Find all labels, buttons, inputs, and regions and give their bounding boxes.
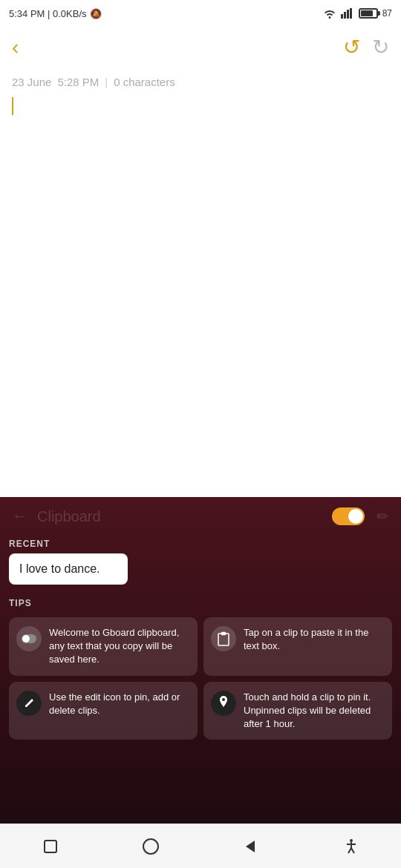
- main-area: ‹ ↺ ↻ 23 June 5:28 PM | 0 characters: [0, 27, 401, 868]
- tip-icon-pin: [211, 691, 236, 716]
- note-metadata: 23 June 5:28 PM | 0 characters: [0, 68, 401, 94]
- svg-rect-21: [45, 841, 56, 852]
- recent-clip-item[interactable]: I love to dance.: [9, 553, 128, 585]
- meta-separator: |: [105, 76, 108, 88]
- clipboard-toggle[interactable]: [332, 507, 365, 525]
- signal-icon: [341, 8, 354, 19]
- back-button[interactable]: ‹: [12, 37, 19, 58]
- nav-bar: ‹ ↺ ↻: [0, 27, 401, 68]
- tip-text-1: Welcome to Gboard clipboard, any text th…: [49, 626, 190, 667]
- text-cursor: [12, 97, 13, 115]
- tip-card-4: Touch and hold a clip to pin it. Unpinne…: [203, 682, 392, 740]
- clipboard-content: RECENT I love to dance. TIPS Welcome to …: [0, 536, 401, 740]
- svg-rect-3: [350, 8, 352, 19]
- svg-point-22: [143, 839, 158, 854]
- recent-label: RECENT: [9, 536, 392, 553]
- bottom-nav: [0, 823, 401, 868]
- note-time: 5:28 PM: [57, 76, 99, 88]
- time-text: 5:34 PM | 0.0KB/s: [9, 8, 87, 19]
- redo-button[interactable]: ↻: [372, 37, 389, 58]
- note-date: 23 June: [12, 76, 51, 88]
- pin-icon: [218, 696, 229, 711]
- accessibility-icon: [343, 838, 359, 855]
- nav-actions: ↺ ↻: [343, 37, 389, 58]
- nav-back-button[interactable]: [232, 828, 270, 865]
- svg-marker-23: [246, 841, 255, 852]
- battery-icon: [359, 8, 378, 19]
- status-time: 5:34 PM | 0.0KB/s 🔕: [9, 8, 102, 19]
- svg-point-24: [350, 839, 353, 842]
- undo-button[interactable]: ↺: [343, 37, 360, 58]
- square-icon: [42, 838, 59, 855]
- tip-card-2: Tap on a clip to paste it in the text bo…: [203, 617, 392, 676]
- mute-icon: 🔕: [90, 8, 102, 19]
- svg-point-18: [22, 635, 30, 642]
- tip-text-3: Use the edit icon to pin, add or delete …: [49, 691, 190, 717]
- nav-home-button[interactable]: [132, 828, 169, 865]
- tips-grid: Welcome to Gboard clipboard, any text th…: [9, 617, 392, 740]
- nav-recents-button[interactable]: [32, 828, 69, 865]
- svg-line-28: [351, 848, 354, 853]
- tip-card-3: Use the edit icon to pin, add or delete …: [9, 682, 198, 740]
- svg-rect-0: [341, 14, 343, 19]
- toggle-icon: [22, 634, 36, 643]
- status-icons: 87: [323, 8, 392, 19]
- svg-rect-20: [221, 632, 226, 635]
- svg-rect-1: [344, 12, 346, 19]
- clipboard-icon: [217, 631, 230, 646]
- svg-rect-2: [347, 10, 349, 19]
- status-bar: 5:34 PM | 0.0KB/s 🔕 87: [0, 0, 401, 27]
- tip-text-2: Tap on a clip to paste it in the text bo…: [244, 626, 385, 653]
- tips-label: TIPS: [9, 595, 392, 613]
- nav-accessibility-button[interactable]: [333, 828, 370, 865]
- tip-card-1: Welcome to Gboard clipboard, any text th…: [9, 617, 198, 676]
- clipboard-panel: ← Clipboard ✏ RECENT I love to dance. TI…: [0, 497, 401, 823]
- tip-icon-pencil: [16, 691, 42, 716]
- character-count: 0 characters: [114, 76, 175, 88]
- home-icon: [142, 838, 160, 855]
- pencil-icon: [23, 697, 35, 709]
- battery-level: 87: [382, 8, 392, 19]
- tip-text-4: Touch and hold a clip to pin it. Unpinne…: [244, 691, 385, 731]
- tip-icon-toggle: [16, 626, 42, 651]
- svg-line-27: [348, 848, 351, 853]
- wifi-icon: [323, 8, 336, 19]
- svg-rect-19: [218, 634, 229, 645]
- tip-icon-clipboard: [211, 626, 236, 651]
- back-icon: [243, 838, 259, 855]
